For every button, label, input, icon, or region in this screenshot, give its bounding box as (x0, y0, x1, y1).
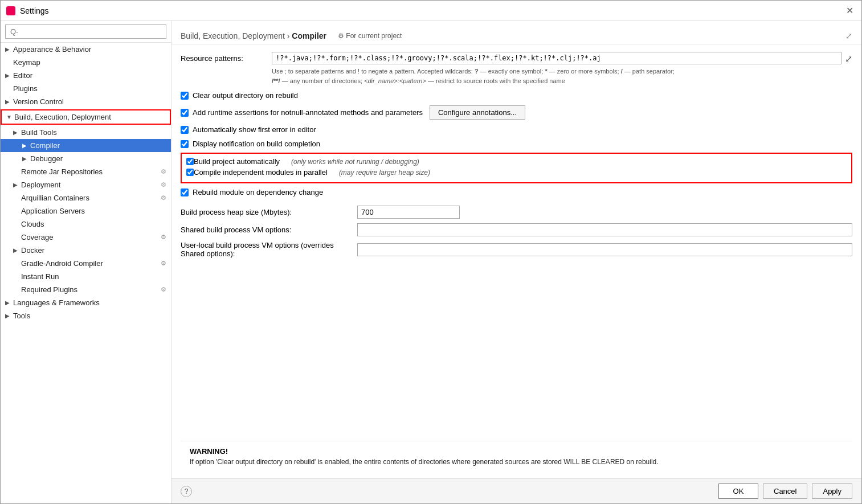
titlebar: Settings ✕ (1, 1, 861, 21)
resource-patterns-row: Resource patterns: ⤢ Use ; to separate p… (181, 52, 852, 85)
sidebar-item-label-editor: Editor (13, 71, 32, 80)
cancel-button[interactable]: Cancel (763, 483, 807, 499)
sidebar-item-tools[interactable]: ▶Tools (1, 309, 171, 322)
shared-vm-row: Shared build process VM options: (181, 223, 852, 236)
sidebar-item-label-required-plugins: Required Plugins (21, 285, 77, 294)
sidebar-item-coverage[interactable]: Coverage⚙ (1, 231, 171, 244)
rebuild-module-label: Rebuild module on dependency change (193, 188, 323, 196)
tree-arrow-build-tools: ▶ (13, 129, 21, 136)
main-panel: Build, Execution, Deployment › Compiler … (171, 21, 861, 503)
sidebar-item-label-arquillian-containers: Arquillian Containers (21, 194, 89, 202)
resource-patterns-label: Resource patterns: (181, 52, 272, 63)
tree-arrow-languages-frameworks: ▶ (5, 300, 13, 306)
app-icon (6, 6, 15, 15)
help-button[interactable]: ? (181, 486, 192, 497)
sidebar-item-arquillian-containers[interactable]: Arquillian Containers⚙ (1, 191, 171, 204)
clear-output-row: Clear output directory on rebuild (181, 90, 852, 101)
tree-arrow-version-control: ▶ (5, 99, 13, 105)
breadcrumb: Build, Execution, Deployment › Compiler (181, 31, 326, 40)
display-notification-checkbox[interactable] (181, 140, 189, 148)
warning-title: WARNING! (190, 447, 843, 456)
sidebar-item-label-coverage: Coverage (21, 233, 53, 241)
sidebar-item-appearance[interactable]: ▶Appearance & Behavior (1, 43, 171, 56)
auto-show-error-label: Automatically show first error in editor (193, 125, 316, 134)
warning-text: If option 'Clear output directory on reb… (190, 458, 843, 466)
sidebar: ▶Appearance & BehaviorKeymap▶EditorPlugi… (1, 21, 171, 503)
auto-show-error-checkbox[interactable] (181, 126, 189, 134)
sidebar-item-clouds[interactable]: Clouds (1, 218, 171, 231)
sidebar-item-editor[interactable]: ▶Editor (1, 69, 171, 82)
sidebar-item-build-execution-deployment[interactable]: ▼Build, Execution, Deployment (1, 109, 171, 125)
sidebar-item-version-control[interactable]: ▶Version Control (1, 95, 171, 108)
sidebar-item-debugger[interactable]: ▶Debugger (1, 152, 171, 165)
tree-arrow-compiler: ▶ (22, 142, 30, 149)
sidebar-item-label-plugins: Plugins (13, 84, 38, 93)
resource-hint: Use ; to separate patterns and ! to nega… (272, 67, 852, 85)
gear-icon-deployment: ⚙ (161, 181, 166, 189)
sidebar-item-keymap[interactable]: Keymap (1, 56, 171, 69)
rebuild-module-row: Rebuild module on dependency change (181, 187, 852, 198)
gear-icon-arquillian-containers: ⚙ (161, 194, 166, 202)
expand-icon[interactable]: ⤢ (845, 31, 852, 40)
runtime-assertions-row: Add runtime assertions for notnull-annot… (181, 104, 852, 121)
search-input[interactable] (5, 24, 166, 39)
shared-vm-input[interactable] (357, 223, 852, 236)
auto-show-error-row: Automatically show first error in editor (181, 124, 852, 135)
sidebar-item-docker[interactable]: ▶Docker (1, 244, 171, 257)
sidebar-item-gradle-android-compiler[interactable]: Gradle-Android Compiler⚙ (1, 257, 171, 270)
compile-parallel-checkbox[interactable] (186, 169, 194, 176)
runtime-assertions-checkbox[interactable] (181, 109, 189, 117)
tree-arrow-build-execution-deployment: ▼ (6, 114, 14, 120)
build-auto-checkbox[interactable] (186, 158, 194, 165)
tree-arrow-debugger: ▶ (22, 155, 30, 162)
resource-expand-icon[interactable]: ⤢ (845, 52, 852, 64)
sidebar-item-application-servers[interactable]: Application Servers (1, 204, 171, 218)
sidebar-item-label-instant-run: Instant Run (21, 272, 59, 281)
runtime-assertions-label: Add runtime assertions for notnull-annot… (193, 108, 423, 117)
rebuild-module-checkbox[interactable] (181, 189, 189, 196)
sidebar-item-label-version-control: Version Control (13, 97, 64, 106)
sidebar-item-label-compiler: Compiler (30, 141, 60, 150)
compile-parallel-label: Compile independent modules in parallel (194, 168, 328, 177)
tree-container: ▶Appearance & BehaviorKeymap▶EditorPlugi… (1, 43, 171, 322)
sidebar-item-label-build-execution-deployment: Build, Execution, Deployment (14, 113, 111, 121)
tree-arrow-appearance: ▶ (5, 46, 13, 52)
compile-parallel-note: (may require larger heap size) (339, 169, 430, 177)
for-project-link[interactable]: ⚙ For current project (338, 32, 402, 40)
sidebar-item-instant-run[interactable]: Instant Run (1, 270, 171, 283)
shared-vm-label: Shared build process VM options: (181, 226, 357, 234)
clear-output-label: Clear output directory on rebuild (193, 91, 298, 100)
configure-annotations-button[interactable]: Configure annotations... (430, 105, 525, 120)
tree-arrow-tools: ▶ (5, 313, 13, 319)
user-local-vm-input[interactable] (357, 243, 852, 256)
heap-size-input[interactable] (357, 206, 460, 219)
tree-arrow-editor: ▶ (5, 72, 13, 79)
sidebar-item-remote-jar-repositories[interactable]: Remote Jar Repositories⚙ (1, 165, 171, 178)
sidebar-item-build-tools[interactable]: ▶Build Tools (1, 126, 171, 139)
resource-input-wrapper: ⤢ Use ; to separate patterns and ! to ne… (272, 52, 852, 85)
settings-dialog: Settings ✕ ▶Appearance & BehaviorKeymap▶… (0, 0, 862, 504)
build-auto-row: Build project automatically (only works … (186, 157, 847, 166)
gear-icon-remote-jar-repositories: ⚙ (161, 168, 166, 175)
sidebar-item-deployment[interactable]: ▶Deployment⚙ (1, 178, 171, 191)
warning-box: WARNING! If option 'Clear output directo… (181, 441, 852, 472)
clear-output-checkbox[interactable] (181, 92, 189, 100)
ok-button[interactable]: OK (718, 483, 758, 499)
close-button[interactable]: ✕ (844, 5, 856, 16)
search-box (1, 21, 171, 43)
sidebar-item-label-clouds: Clouds (21, 220, 44, 228)
apply-button[interactable]: Apply (812, 483, 852, 499)
sidebar-item-label-debugger: Debugger (30, 154, 63, 163)
gear-icon-gradle-android-compiler: ⚙ (161, 260, 166, 267)
dialog-buttons: ? OK Cancel Apply (171, 478, 861, 503)
breadcrumb-part1: Build, Execution, Deployment (181, 31, 285, 40)
sidebar-item-compiler[interactable]: ▶Compiler (1, 139, 171, 152)
sidebar-item-label-remote-jar-repositories: Remote Jar Repositories (21, 167, 103, 176)
sidebar-item-languages-frameworks[interactable]: ▶Languages & Frameworks (1, 296, 171, 309)
compile-parallel-row: Compile independent modules in parallel … (186, 168, 847, 177)
resource-patterns-input[interactable] (272, 52, 841, 64)
sidebar-item-label-docker: Docker (21, 246, 44, 255)
sidebar-item-required-plugins[interactable]: Required Plugins⚙ (1, 283, 171, 296)
sidebar-item-plugins[interactable]: Plugins (1, 82, 171, 95)
window-title: Settings (20, 6, 844, 15)
